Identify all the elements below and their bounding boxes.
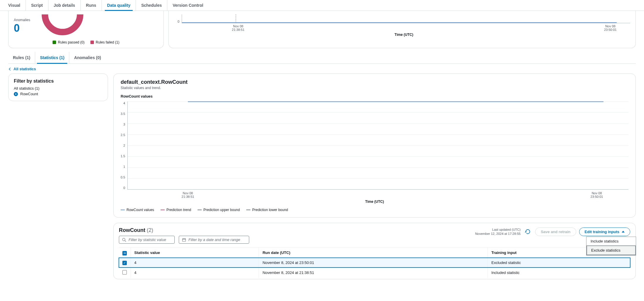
refresh-icon xyxy=(525,229,531,235)
filter-title: Filter by statistics xyxy=(14,78,102,84)
rowcount-values-line xyxy=(188,101,603,102)
tab-data-quality[interactable]: Data quality xyxy=(102,0,136,11)
legend-rules-failed: Rules failed (1) xyxy=(90,40,119,44)
dropdown-exclude-statistics[interactable]: Exclude statistics xyxy=(586,245,636,255)
filter-date-placeholder: Filter by a date and time range xyxy=(188,238,240,242)
legend-failed-label: Rules failed (1) xyxy=(96,40,119,44)
tab-script[interactable]: Script xyxy=(26,0,48,11)
edit-training-inputs-label: Edit training inputs xyxy=(585,230,619,234)
legend-passed-label: Rules passed (0) xyxy=(58,40,85,44)
tab-job-details[interactable]: Job details xyxy=(48,0,81,11)
filter-subtitle: All statistics (1) xyxy=(14,86,102,91)
table-row[interactable]: 4 November 8, 2024 at 23:50:01 Excluded … xyxy=(119,258,630,267)
chart-card: default_context.RowCount Statistic value… xyxy=(113,73,636,218)
save-and-retrain-button: Save and retrain xyxy=(535,228,576,236)
cell-stat-value: 4 xyxy=(131,267,259,278)
anomalies-value: 0 xyxy=(14,22,30,34)
table-row[interactable]: 4 November 8, 2024 at 21:38:51 Included … xyxy=(119,267,630,278)
row-checkbox[interactable] xyxy=(122,270,127,275)
chart-legend: RowCount values Prediction trend Predict… xyxy=(121,208,628,212)
radio-icon xyxy=(14,92,18,96)
sub-tab-anomalies[interactable]: Anomalies (0) xyxy=(69,52,106,63)
legend-rowcount-values: RowCount values xyxy=(121,208,154,212)
table-header-row: Statistic value Run date (UTC) Training … xyxy=(119,248,630,258)
anomalies-label: Anomalies xyxy=(14,18,30,22)
calendar-icon xyxy=(182,238,186,242)
filter-card: Filter by statistics All statistics (1) … xyxy=(8,73,108,101)
breadcrumb-label: All statistics xyxy=(14,67,36,71)
sub-tab-rules[interactable]: Rules (1) xyxy=(8,52,35,63)
refresh-button[interactable] xyxy=(523,227,532,236)
mini-y-tick: 0 xyxy=(178,20,182,23)
legend-rules-passed: Rules passed (0) xyxy=(53,40,85,44)
edit-training-inputs-button[interactable]: Edit training inputs xyxy=(579,228,630,236)
cell-training-input: Included statistic xyxy=(488,267,630,278)
rules-donut-chart xyxy=(39,14,86,38)
chart-plot xyxy=(127,101,628,190)
cell-training-input: Excluded statistic xyxy=(488,258,630,267)
tab-version-control[interactable]: Version Control xyxy=(167,0,208,11)
svg-rect-2 xyxy=(183,238,186,241)
chart-y-axis: 4 3.5 3 2.5 2 1.5 1 0.5 0 xyxy=(121,101,127,190)
last-updated: Last updated (UTC) November 12, 2024 at … xyxy=(475,228,521,236)
tab-runs[interactable]: Runs xyxy=(81,0,102,11)
square-icon xyxy=(53,41,56,44)
row-checkbox[interactable] xyxy=(122,261,127,265)
chart-section-label: RowCount values xyxy=(121,94,628,98)
chevron-left-icon xyxy=(8,67,12,71)
anomalies-card: Anomalies 0 Rules passed (0) Rules faile… xyxy=(8,11,164,48)
dropdown-include-statistics[interactable]: Include statistics xyxy=(586,237,636,245)
breadcrumb-back[interactable]: All statistics xyxy=(0,64,644,73)
chart-x-label: Time (UTC) xyxy=(121,200,628,204)
tab-schedules[interactable]: Schedules xyxy=(136,0,167,11)
filter-statistic-value-input[interactable]: Filter by statistic value xyxy=(119,236,175,244)
col-run-date[interactable]: Run date (UTC) xyxy=(259,248,488,258)
cell-run-date: November 8, 2024 at 23:50:01 xyxy=(259,258,488,267)
filter-option-label: RowCount xyxy=(20,92,38,96)
mini-x-tick-0: Nov 08 21:38:51 xyxy=(232,24,245,31)
mini-trend-card: 0 Nov 08 21:38:51 Nov 08 23:50:01 Time (… xyxy=(168,11,636,48)
tab-visual[interactable]: Visual xyxy=(3,0,26,11)
svg-point-0 xyxy=(122,238,125,241)
mini-x-label: Time (UTC) xyxy=(178,33,630,37)
summary-row: Anomalies 0 Rules passed (0) Rules faile… xyxy=(0,11,644,52)
caret-up-icon xyxy=(622,231,625,233)
mini-marker xyxy=(236,14,236,23)
table-title: RowCount (2) xyxy=(119,227,153,233)
sub-tabs: Rules (1) Statistics (1) Anomalies (0) xyxy=(8,52,636,64)
filter-date-range-input[interactable]: Filter by a date and time range xyxy=(179,236,249,244)
select-all-checkbox[interactable] xyxy=(122,251,127,255)
edit-training-inputs-dropdown: Include statistics Exclude statistics xyxy=(586,237,636,255)
col-statistic-value[interactable]: Statistic value xyxy=(131,248,259,258)
cell-run-date: November 8, 2024 at 21:38:51 xyxy=(259,267,488,278)
legend-prediction-upper: Prediction upper bound xyxy=(198,208,240,212)
chart-title: default_context.RowCount xyxy=(121,79,628,85)
table-card: RowCount (2) Filter by statistic value F… xyxy=(113,223,636,279)
chart-x-ticks: Nov 08 21:38:51 Nov 08 23:50:01 xyxy=(121,191,628,198)
sub-tab-statistics[interactable]: Statistics (1) xyxy=(35,52,69,63)
chart-area: 4 3.5 3 2.5 2 1.5 1 0.5 0 xyxy=(121,101,628,190)
square-icon xyxy=(90,41,94,44)
legend-prediction-lower: Prediction lower bound xyxy=(246,208,288,212)
top-nav-tabs: Visual Script Job details Runs Data qual… xyxy=(0,0,644,11)
svg-line-1 xyxy=(125,240,126,242)
filter-value-placeholder: Filter by statistic value xyxy=(129,238,166,242)
chart-subtitle: Statistic values and trend. xyxy=(121,86,628,90)
filter-option-rowcount[interactable]: RowCount xyxy=(14,92,102,96)
search-icon xyxy=(122,238,126,242)
statistics-table: Statistic value Run date (UTC) Training … xyxy=(119,247,630,278)
cell-stat-value: 4 xyxy=(131,258,259,267)
legend-prediction-trend: Prediction trend xyxy=(161,208,191,212)
mini-line xyxy=(182,22,617,23)
mini-x-tick-1: Nov 08 23:50:01 xyxy=(604,24,617,31)
